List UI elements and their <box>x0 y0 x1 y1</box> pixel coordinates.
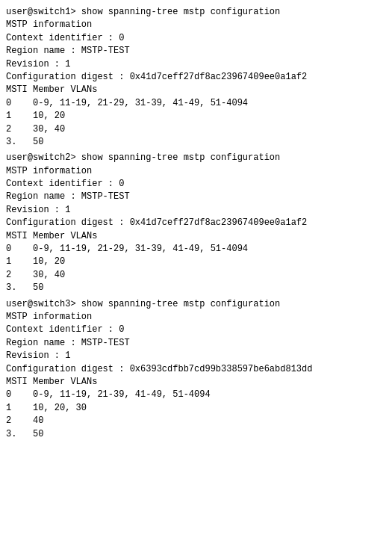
terminal-line: Revision : 1 <box>6 350 386 362</box>
terminal-line: MSTI Member VLANs <box>6 230 386 243</box>
terminal-line: 1 10, 20 <box>6 256 386 268</box>
terminal-line: 0 0-9, 11-19, 21-39, 41-49, 51-4094 <box>6 389 386 401</box>
terminal-line: user@switch2> show spanning-tree mstp co… <box>6 152 386 164</box>
terminal-line: Configuration digest : 0x41d7ceff27df8ac… <box>6 71 386 84</box>
terminal-line: 3. 50 <box>6 282 386 294</box>
terminal-line: MSTI Member VLANs <box>6 84 386 96</box>
terminal-line: Region name : MSTP-TEST <box>6 191 386 203</box>
terminal-line: Revision : 1 <box>6 204 386 217</box>
terminal-line: Configuration digest : 0x41d7ceff27df8ac… <box>6 217 386 229</box>
terminal-output: user@switch1> show spanning-tree mstp co… <box>6 6 386 441</box>
terminal-line: MSTP information <box>6 311 386 324</box>
terminal-line: MSTP information <box>6 19 386 31</box>
terminal-line: 0 0-9, 11-19, 21-29, 31-39, 41-49, 51-40… <box>6 97 386 110</box>
terminal-line: Context identifier : 0 <box>6 178 386 191</box>
terminal-line: MSTP information <box>6 165 386 178</box>
terminal-line: Context identifier : 0 <box>6 324 386 336</box>
terminal-line: Revision : 1 <box>6 58 386 71</box>
terminal-line: 3. 50 <box>6 136 386 149</box>
terminal-line: 1 10, 20 <box>6 110 386 123</box>
terminal-line: MSTI Member VLANs <box>6 376 386 389</box>
terminal-line: user@switch1> show spanning-tree mstp co… <box>6 6 386 19</box>
terminal-line: Context identifier : 0 <box>6 32 386 45</box>
terminal-line: 1 10, 20, 30 <box>6 402 386 415</box>
switch-block-switch3: user@switch3> show spanning-tree mstp co… <box>6 298 386 441</box>
switch-block-switch2: user@switch2> show spanning-tree mstp co… <box>6 152 386 294</box>
terminal-line: user@switch3> show spanning-tree mstp co… <box>6 298 386 311</box>
terminal-line: 2 40 <box>6 415 386 427</box>
terminal-line: Region name : MSTP-TEST <box>6 45 386 58</box>
terminal-line: Region name : MSTP-TEST <box>6 337 386 350</box>
terminal-line: 3. 50 <box>6 428 386 441</box>
terminal-line: 0 0-9, 11-19, 21-29, 31-39, 41-49, 51-40… <box>6 243 386 256</box>
terminal-line: 2 30, 40 <box>6 269 386 282</box>
terminal-line: Configuration digest : 0x6393cdfbb7cd99b… <box>6 363 386 376</box>
switch-block-switch1: user@switch1> show spanning-tree mstp co… <box>6 6 386 149</box>
terminal-line: 2 30, 40 <box>6 123 386 136</box>
